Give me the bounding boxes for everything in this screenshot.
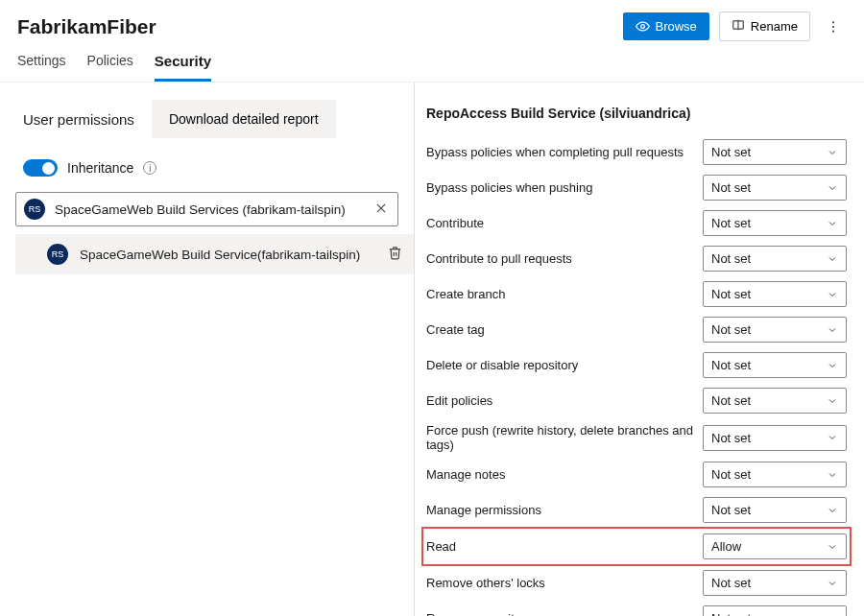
permission-row: Bypass policies when pushingNot set (422, 170, 851, 205)
tab-settings[interactable]: Settings (17, 53, 66, 82)
identity-name: SpaceGameWeb Build Service(fabrikam-tail… (80, 248, 376, 262)
eye-icon (636, 19, 650, 34)
chevron-down-icon (827, 469, 838, 481)
svg-point-5 (832, 30, 834, 32)
permission-row: Manage notesNot set (422, 457, 851, 492)
permission-row: ReadAllow (422, 528, 851, 565)
chevron-down-icon (827, 395, 838, 407)
chevron-down-icon (827, 505, 838, 516)
identity-list-item[interactable]: RS SpaceGameWeb Build Service(fabrikam-t… (15, 234, 414, 274)
permission-select[interactable]: Not set (703, 281, 847, 307)
chevron-down-icon (827, 218, 838, 229)
svg-point-3 (832, 21, 834, 23)
permissions-list: Bypass policies when completing pull req… (422, 134, 851, 616)
left-panel-header: User permissions Download detailed repor… (15, 94, 414, 150)
permission-row: Remove others' locksNot set (422, 565, 851, 601)
browse-label: Browse (656, 19, 697, 34)
permission-select[interactable]: Not set (703, 175, 847, 201)
permission-value: Not set (711, 322, 751, 337)
more-vertical-icon (826, 19, 841, 35)
permission-row: Create tagNot set (422, 312, 851, 347)
permission-select[interactable]: Not set (703, 388, 847, 414)
info-icon[interactable]: i (143, 161, 156, 175)
permission-select[interactable]: Not set (703, 425, 847, 451)
permission-value: Not set (711, 611, 751, 616)
permission-value: Not set (711, 358, 751, 372)
trash-icon (388, 246, 402, 260)
permission-value: Not set (711, 393, 751, 408)
permission-label: Delete or disable repository (426, 358, 695, 372)
permission-value: Not set (711, 251, 751, 266)
permission-label: Remove others' locks (426, 576, 695, 590)
left-panel: User permissions Download detailed repor… (0, 83, 415, 616)
permission-value: Not set (711, 576, 751, 590)
chevron-down-icon (827, 289, 838, 300)
permission-row: Force push (rewrite history, delete bran… (422, 418, 851, 457)
identity-search-input[interactable]: RS SpaceGameWeb Build Services (fabrikam… (15, 192, 398, 226)
permission-value: Not set (711, 216, 751, 230)
content: User permissions Download detailed repor… (0, 83, 864, 616)
permission-select[interactable]: Not set (703, 605, 847, 616)
user-permissions-heading: User permissions (23, 111, 134, 128)
permission-row: Create branchNot set (422, 276, 851, 312)
permission-select[interactable]: Allow (703, 533, 847, 559)
permission-label: Bypass policies when completing pull req… (426, 145, 695, 159)
chevron-down-icon (827, 147, 838, 158)
permission-value: Not set (711, 467, 751, 482)
inheritance-toggle[interactable] (23, 159, 58, 177)
download-report-button[interactable]: Download detailed report (152, 100, 336, 138)
permission-label: Bypass policies when pushing (426, 180, 695, 195)
permission-row: Rename repositoryNot set (422, 601, 851, 616)
permission-value: Not set (711, 287, 751, 301)
inheritance-label: Inheritance (67, 160, 133, 176)
permission-select[interactable]: Not set (703, 317, 847, 343)
permission-label: Read (426, 539, 695, 554)
permission-row: Contribute to pull requestsNot set (422, 241, 851, 276)
permission-select[interactable]: Not set (703, 352, 847, 378)
permission-select[interactable]: Not set (703, 210, 847, 236)
tab-security[interactable]: Security (155, 53, 211, 82)
page-header: FabrikamFiber Browse Rename (0, 0, 864, 41)
permission-label: Manage permissions (426, 503, 695, 517)
chevron-down-icon (827, 578, 838, 589)
clear-search-button[interactable] (372, 200, 390, 220)
permission-select[interactable]: Not set (703, 246, 847, 272)
svg-point-0 (640, 25, 644, 29)
chevron-down-icon (827, 324, 838, 336)
avatar: RS (24, 199, 45, 220)
permission-value: Allow (711, 539, 741, 554)
permissions-heading: RepoAccess Build Service (silviuandrica) (426, 106, 851, 121)
permission-label: Contribute (426, 216, 695, 230)
permission-select[interactable]: Not set (703, 462, 847, 487)
permission-label: Contribute to pull requests (426, 251, 695, 266)
permission-select[interactable]: Not set (703, 570, 847, 596)
header-actions: Browse Rename (623, 12, 848, 41)
permission-select[interactable]: Not set (703, 139, 847, 165)
permission-label: Edit policies (426, 393, 695, 408)
avatar: RS (47, 244, 68, 265)
tab-policies[interactable]: Policies (87, 53, 133, 82)
permission-select[interactable]: Not set (703, 497, 847, 523)
chevron-down-icon (827, 360, 838, 371)
permission-row: Edit policiesNot set (422, 383, 851, 418)
delete-identity-button[interactable] (388, 246, 402, 263)
chevron-down-icon (827, 541, 838, 553)
chevron-down-icon (827, 182, 838, 194)
permission-value: Not set (711, 180, 751, 195)
permission-row: Manage permissionsNot set (422, 492, 851, 528)
permission-value: Not set (711, 503, 751, 517)
search-value: SpaceGameWeb Build Services (fabrikam-ta… (55, 202, 372, 217)
permission-label: Rename repository (426, 611, 695, 616)
permission-label: Force push (rewrite history, delete bran… (426, 423, 695, 452)
more-menu-button[interactable] (820, 13, 847, 40)
rename-button[interactable]: Rename (719, 12, 810, 41)
chevron-down-icon (827, 613, 838, 617)
permission-row: ContributeNot set (422, 205, 851, 241)
inheritance-row: Inheritance i (15, 150, 414, 192)
page-title: FabrikamFiber (17, 15, 623, 38)
tabs: SettingsPoliciesSecurity (0, 41, 864, 83)
rename-label: Rename (751, 19, 798, 34)
chevron-down-icon (827, 432, 838, 443)
browse-button[interactable]: Browse (623, 12, 709, 40)
permission-value: Not set (711, 431, 751, 445)
